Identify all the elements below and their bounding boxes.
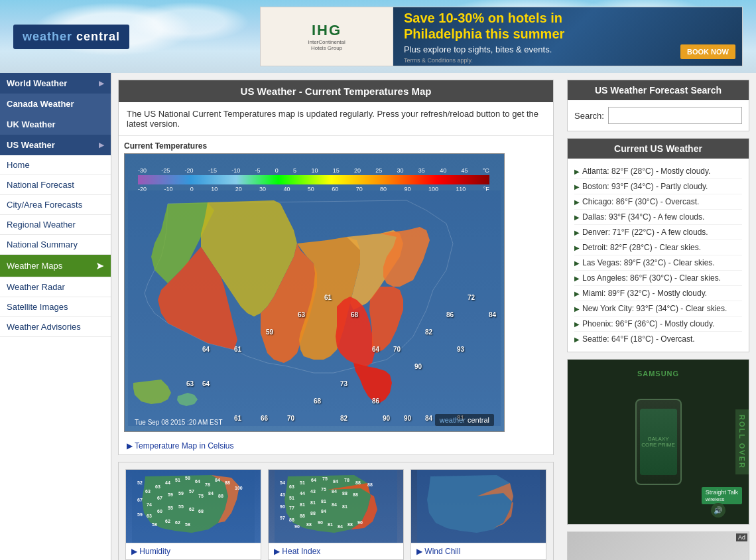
svg-text:62: 62 xyxy=(175,520,180,525)
weather-bullet: ▶ xyxy=(574,290,580,297)
sidebar-item-national-summary[interactable]: National Summary xyxy=(0,235,111,255)
svg-text:63: 63 xyxy=(145,489,151,494)
scale-bar: -30-25-20-15-10-5051015202530354045°C -2… xyxy=(138,167,489,187)
svg-text:44: 44 xyxy=(165,480,170,485)
right-sidebar: US Weather Forecast Search Search: Curre… xyxy=(560,73,756,560)
svg-text:44: 44 xyxy=(300,491,305,496)
mini-maps: 52 63 63 44 51 58 64 78 84 88 100 67 74 … xyxy=(118,462,554,560)
svg-text:88: 88 xyxy=(310,511,316,516)
svg-text:88: 88 xyxy=(355,480,361,485)
heat-index-label[interactable]: ▶ Heat Index xyxy=(269,543,403,559)
sidebar-section-world-weather[interactable]: World Weather ▶ xyxy=(0,73,111,94)
svg-text:75: 75 xyxy=(322,476,328,481)
svg-text:75: 75 xyxy=(198,494,204,498)
search-input[interactable] xyxy=(608,107,742,124)
svg-text:78: 78 xyxy=(205,482,210,487)
search-box: US Weather Forecast Search Search: xyxy=(567,80,749,131)
sidebar-section-canada-weather[interactable]: Canada Weather xyxy=(0,94,111,114)
samsung-logo: SAMSUNG xyxy=(637,370,679,378)
svg-text:81: 81 xyxy=(321,499,326,504)
book-now-button[interactable]: BOOK NOW xyxy=(680,44,735,59)
sound-icon[interactable]: 🔊 xyxy=(711,503,725,518)
svg-text:51: 51 xyxy=(300,480,305,485)
map-container: Current Temperatures -30-25-20-15-10-505… xyxy=(119,136,553,437)
svg-text:81: 81 xyxy=(310,500,316,505)
red-cross-ad-container: Ad ✚ American Red CrossDisaster Relief xyxy=(567,531,749,560)
sidebar-item-home[interactable]: Home xyxy=(0,155,111,175)
sidebar-item-city-area-forecasts[interactable]: City/Area Forecasts xyxy=(0,195,111,215)
svg-text:62: 62 xyxy=(189,507,194,512)
svg-text:59: 59 xyxy=(137,512,143,517)
svg-text:81: 81 xyxy=(342,504,347,509)
world-weather-label: World Weather xyxy=(7,78,67,88)
mini-map-wind-chill[interactable]: ▶ Wind Chill xyxy=(410,469,546,560)
weather-bullet: ▶ xyxy=(574,275,580,282)
sidebar-section-us-weather[interactable]: US Weather ▶ xyxy=(0,135,111,155)
svg-text:88: 88 xyxy=(289,518,294,522)
samsung-screen: GALAXYCORE PRIME xyxy=(640,409,677,475)
current-weather-title: Current US Weather xyxy=(568,139,749,159)
svg-text:88: 88 xyxy=(306,522,312,527)
svg-text:68: 68 xyxy=(198,509,204,514)
svg-text:52: 52 xyxy=(137,480,143,485)
svg-text:55: 55 xyxy=(168,506,173,510)
main-layout: World Weather ▶ Canada Weather UK Weathe… xyxy=(0,73,756,560)
svg-text:59: 59 xyxy=(168,492,173,497)
svg-text:62: 62 xyxy=(165,519,170,524)
humidity-label[interactable]: ▶ Humidity xyxy=(126,543,261,559)
sidebar-section-uk-weather[interactable]: UK Weather xyxy=(0,114,111,135)
scale-gradient xyxy=(138,175,489,184)
svg-text:90: 90 xyxy=(318,520,323,525)
weather-item: ▶Boston: 93°F (34°C) - Partly cloudy. xyxy=(574,179,742,194)
celsius-link[interactable]: ▶ Temperature Map in Celsius xyxy=(119,437,553,455)
svg-text:75: 75 xyxy=(321,487,326,492)
svg-text:88: 88 xyxy=(225,480,230,485)
svg-text:88: 88 xyxy=(347,522,353,527)
svg-text:84: 84 xyxy=(208,491,214,496)
watermark-dark: central xyxy=(466,416,489,424)
search-row: Search: xyxy=(574,107,742,124)
svg-text:58: 58 xyxy=(185,522,190,527)
weather-bullet: ▶ xyxy=(574,168,580,175)
sidebar-item-weather-radar[interactable]: Weather Radar xyxy=(0,277,111,297)
svg-text:43: 43 xyxy=(280,492,285,497)
sidebar-item-satellite-images[interactable]: Satellite Images xyxy=(0,297,111,317)
svg-text:81: 81 xyxy=(300,502,305,507)
wind-chill-link[interactable]: ▶ Wind Chill xyxy=(416,547,460,556)
mini-map-humidity[interactable]: 52 63 63 44 51 58 64 78 84 88 100 67 74 … xyxy=(125,469,261,560)
svg-text:57: 57 xyxy=(189,489,194,494)
svg-text:88: 88 xyxy=(300,514,305,518)
sidebar-item-national-forecast[interactable]: National Forecast xyxy=(0,175,111,195)
heat-index-map-image: 54 63 51 64 75 84 78 88 88 43 51 44 43 7… xyxy=(269,470,403,543)
svg-text:84: 84 xyxy=(338,524,343,529)
svg-text:43: 43 xyxy=(310,489,316,494)
wind-chill-label[interactable]: ▶ Wind Chill xyxy=(411,543,546,559)
svg-text:55: 55 xyxy=(178,504,184,509)
weather-item: ▶Denver: 71°F (22°C) - A few clouds. xyxy=(574,225,742,240)
weather-bullet: ▶ xyxy=(574,259,580,267)
world-weather-arrow: ▶ xyxy=(99,80,104,87)
content-title: US Weather - Current Temperatures Map xyxy=(119,80,553,102)
weather-item: ▶Miami: 89°F (32°C) - Mostly cloudy. xyxy=(574,286,742,301)
logo-dark: central xyxy=(72,30,120,43)
svg-text:58: 58 xyxy=(152,522,157,527)
heat-index-link[interactable]: ▶ Heat Index xyxy=(274,547,320,556)
svg-text:97: 97 xyxy=(280,516,285,520)
sidebar-item-weather-maps[interactable]: Weather Maps ➤ xyxy=(0,255,111,277)
humidity-link[interactable]: ▶ Humidity xyxy=(131,547,170,556)
weather-item: ▶Chicago: 86°F (30°C) - Overcast. xyxy=(574,194,742,210)
svg-text:90: 90 xyxy=(280,504,285,509)
ihg-logo: IHG xyxy=(312,22,342,39)
temperature-map: -30-25-20-15-10-5051015202530354045°C -2… xyxy=(124,153,505,432)
sidebar-item-regional-weather[interactable]: Regional Weather xyxy=(0,215,111,235)
logo[interactable]: weather central xyxy=(13,25,129,49)
svg-text:84: 84 xyxy=(332,502,337,507)
logo-light: weather xyxy=(23,30,72,43)
mini-map-heat-index[interactable]: 54 63 51 64 75 84 78 88 88 43 51 44 43 7… xyxy=(268,469,404,560)
search-label: Search: xyxy=(574,111,604,121)
svg-text:88: 88 xyxy=(218,494,223,498)
celsius-link-anchor[interactable]: ▶ Temperature Map in Celsius xyxy=(127,441,234,451)
weather-item: ▶Los Angeles: 86°F (30°C) - Clear skies. xyxy=(574,271,742,286)
banner-right: Save 10-30% on hotels inPhiladelphia thi… xyxy=(393,7,742,66)
sidebar-item-weather-advisories[interactable]: Weather Advisories xyxy=(0,317,111,337)
